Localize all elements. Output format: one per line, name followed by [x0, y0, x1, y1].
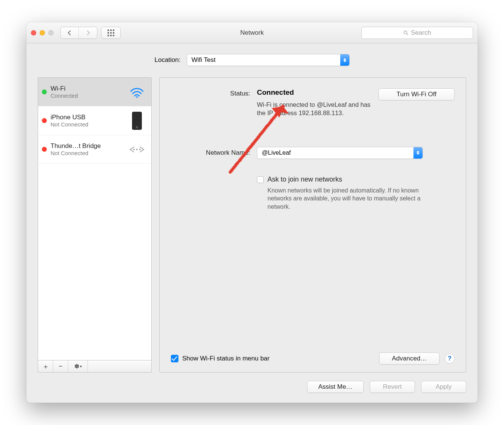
- location-row: Location: Wifi Test: [26, 43, 478, 77]
- sidebar-item-label: Thunde…t Bridge: [51, 142, 124, 150]
- sidebar-item-iphone-usb[interactable]: iPhone USB Not Connected: [38, 106, 151, 135]
- location-value: Wifi Test: [192, 56, 216, 64]
- network-name-label: Network Name:: [171, 149, 250, 157]
- sidebar-item-sub: Connected: [51, 92, 124, 99]
- minimize-icon[interactable]: [40, 30, 45, 35]
- minus-icon: −: [58, 362, 63, 370]
- main-panel: Status: Connected Wi-Fi is connected to …: [159, 77, 466, 373]
- status-dot-icon: [42, 89, 47, 94]
- help-icon: ?: [448, 355, 452, 362]
- zoom-icon[interactable]: [48, 30, 54, 35]
- sidebar-item-label: iPhone USB: [51, 114, 124, 121]
- search-input[interactable]: Search: [361, 27, 473, 39]
- search-placeholder: Search: [411, 29, 431, 37]
- interface-sidebar: Wi-Fi Connected: [38, 77, 152, 373]
- show-status-label: Show Wi-Fi status in menu bar: [182, 355, 269, 362]
- network-name-select[interactable]: @LiveLeaf: [257, 147, 423, 159]
- svg-point-3: [133, 149, 135, 150]
- network-name-row: Network Name: @LiveLeaf: [171, 147, 455, 159]
- interface-action-button[interactable]: ✽ ▾: [68, 360, 88, 372]
- status-dot-icon: [42, 147, 47, 152]
- help-button[interactable]: ?: [445, 354, 455, 363]
- plus-icon: ＋: [42, 362, 49, 371]
- ask-join-row: Ask to join new networks Known networks …: [257, 176, 455, 211]
- chevron-down-icon: ▾: [80, 364, 82, 368]
- ask-join-label: Ask to join new networks: [267, 176, 422, 183]
- remove-interface-button[interactable]: −: [53, 360, 68, 372]
- preferences-window: Network Search Location: Wifi Test Wi-Fi…: [26, 22, 478, 403]
- bottom-bar: Assist Me… Revert Apply: [26, 373, 478, 403]
- show-all-button[interactable]: [101, 27, 121, 39]
- status-value: Connected: [257, 88, 372, 97]
- wifi-toggle-button[interactable]: Turn Wi-Fi Off: [378, 88, 455, 100]
- grid-icon: [108, 29, 114, 36]
- status-row: Status: Connected Wi-Fi is connected to …: [171, 88, 455, 117]
- assist-me-button[interactable]: Assist Me…: [307, 381, 364, 393]
- sidebar-item-label: Wi-Fi: [51, 85, 124, 92]
- status-dot-icon: [42, 118, 47, 123]
- thunderbolt-bridge-icon: [128, 144, 146, 155]
- titlebar: Network Search: [26, 22, 478, 43]
- close-icon[interactable]: [31, 30, 36, 35]
- ask-join-checkbox[interactable]: [257, 176, 264, 183]
- sidebar-item-wifi[interactable]: Wi-Fi Connected: [38, 78, 151, 106]
- status-label: Status:: [171, 88, 250, 97]
- forward-button[interactable]: [79, 27, 97, 38]
- location-select[interactable]: Wifi Test: [187, 54, 350, 66]
- svg-line-1: [407, 33, 408, 34]
- content-area: Wi-Fi Connected: [26, 77, 478, 373]
- revert-button[interactable]: Revert: [370, 381, 415, 393]
- apply-button[interactable]: Apply: [421, 381, 466, 393]
- ask-join-description: Known networks will be joined automatica…: [267, 186, 422, 211]
- show-status-checkbox[interactable]: [171, 355, 178, 362]
- location-label: Location:: [155, 56, 181, 64]
- gear-icon: ✽: [74, 363, 79, 370]
- network-name-value: @LiveLeaf: [262, 149, 291, 156]
- main-footer: Show Wi-Fi status in menu bar Advanced… …: [171, 345, 455, 365]
- iphone-icon: [128, 112, 146, 130]
- wifi-icon: [128, 86, 146, 98]
- sidebar-footer: ＋ − ✽ ▾: [38, 360, 151, 372]
- add-interface-button[interactable]: ＋: [38, 360, 53, 372]
- svg-point-2: [136, 96, 138, 97]
- svg-point-5: [139, 149, 141, 150]
- sidebar-item-sub: Not Connected: [51, 150, 124, 156]
- search-icon: [403, 30, 409, 35]
- sidebar-footer-spacer: [88, 360, 151, 372]
- sidebar-item-thunderbolt-bridge[interactable]: Thunde…t Bridge Not Connected: [38, 135, 151, 164]
- chevron-updown-icon: [413, 147, 423, 159]
- back-button[interactable]: [61, 27, 79, 38]
- nav-group: [60, 27, 97, 39]
- interface-list: Wi-Fi Connected: [38, 78, 151, 360]
- sidebar-item-sub: Not Connected: [51, 121, 124, 128]
- advanced-button[interactable]: Advanced…: [379, 353, 439, 365]
- chevron-updown-icon: [340, 54, 349, 66]
- svg-point-4: [136, 149, 138, 150]
- status-description: Wi-Fi is connected to @LiveLeaf and has …: [257, 100, 372, 117]
- svg-point-0: [404, 31, 407, 34]
- window-controls: [31, 30, 54, 35]
